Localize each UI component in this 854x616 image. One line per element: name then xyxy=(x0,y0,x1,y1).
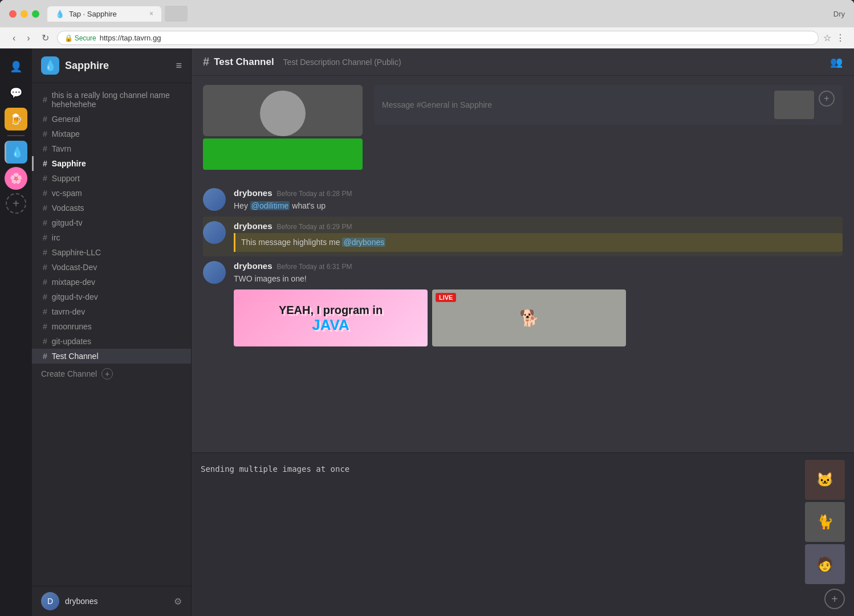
sidebar-header: 💧 Sapphire ≡ xyxy=(32,48,191,83)
rail-kirby-icon[interactable]: 🌸 xyxy=(5,167,27,190)
minimize-dot[interactable] xyxy=(21,10,28,18)
message-group-1: drybones Before Today at 6:28 PM Hey @od… xyxy=(203,183,843,217)
rail-drop-icon[interactable]: 💧 xyxy=(5,141,27,164)
browser-tab[interactable]: 💧 Tap · Sapphire × xyxy=(47,6,161,22)
add-file-icon: + xyxy=(831,593,838,606)
channel-name: tavrn-dev xyxy=(52,307,85,316)
channel-name: Vodcasts xyxy=(52,203,84,213)
live-badge: LIVE xyxy=(436,293,456,302)
message-images-3: YEAH, I program in JAVA LIVE 🐕 xyxy=(234,289,843,346)
cat-thumb-icon: 🐱 xyxy=(816,472,833,488)
more-icon[interactable]: ⋮ xyxy=(836,32,845,43)
channel-hash-icon: # xyxy=(43,263,47,272)
java-image-content: YEAH, I program in JAVA xyxy=(279,303,383,333)
channel-hash-icon: # xyxy=(43,233,47,242)
message-timestamp-2: Before Today at 6:29 PM xyxy=(277,223,352,231)
sidebar-title: Sapphire xyxy=(65,60,170,72)
kirby-icon: 🌸 xyxy=(10,172,22,185)
sidebar-item-tavrn-dev[interactable]: # tavrn-dev xyxy=(32,304,191,319)
new-tab-placeholder[interactable] xyxy=(165,6,188,22)
url-text: https://tap.tavrn.gg xyxy=(100,34,161,42)
rail-chat-icon[interactable]: 💬 xyxy=(5,81,27,104)
rail-divider xyxy=(7,135,25,136)
server-logo: 💧 xyxy=(41,56,59,75)
create-channel-row[interactable]: Create Channel + xyxy=(32,364,191,384)
refresh-button[interactable]: ↻ xyxy=(38,31,52,44)
message-timestamp-1: Before Today at 6:28 PM xyxy=(277,190,352,198)
channel-name: vc-spam xyxy=(52,189,82,198)
sidebar-item-long-channel[interactable]: # this is a really long channel name heh… xyxy=(32,88,191,112)
general-message-input-area[interactable]: Message #General in Sapphire + xyxy=(374,85,843,125)
sidebar-item-tavrn[interactable]: # Tavrn xyxy=(32,141,191,156)
channel-name: git-updates xyxy=(52,337,91,346)
channel-name: Test Channel xyxy=(52,352,99,361)
secure-badge: 🔒 Secure xyxy=(64,34,96,42)
sidebar-menu-icon[interactable]: ≡ xyxy=(176,60,182,72)
message-input[interactable] xyxy=(201,460,798,492)
sidebar-item-gitgud-tv[interactable]: # gitgud-tv xyxy=(32,215,191,230)
sidebar-item-moonrunes[interactable]: # moonrunes xyxy=(32,319,191,334)
maximize-dot[interactable] xyxy=(32,10,39,18)
message-text-1: Hey @odilitime what's up xyxy=(234,200,843,212)
tab-close-button[interactable]: × xyxy=(149,10,153,18)
message-content-2: drybones Before Today at 6:29 PM This me… xyxy=(234,221,843,252)
channel-header-description: Test Description Channel (Public) xyxy=(283,58,401,67)
general-add-button[interactable]: + xyxy=(819,91,835,107)
messages-area[interactable]: Message #General in Sapphire + drybones xyxy=(192,76,854,452)
mention-drybones: @drybones xyxy=(342,238,385,247)
sidebar-item-general[interactable]: # General xyxy=(32,112,191,127)
app-container: 👤 💬 🍺 💧 🌸 + 💧 Sapphire ≡ xyxy=(0,48,854,616)
address-bar[interactable]: 🔒 Secure https://tap.tavrn.gg xyxy=(57,31,819,45)
sidebar-item-support[interactable]: # Support xyxy=(32,171,191,186)
dog-image: LIVE 🐕 xyxy=(432,289,626,346)
tab-title: Tap · Sapphire xyxy=(69,10,117,18)
add-server-button[interactable]: + xyxy=(6,193,26,214)
sidebar-item-sapphire[interactable]: # Sapphire xyxy=(32,156,191,171)
sidebar-item-test-channel[interactable]: # Test Channel xyxy=(32,349,191,364)
sidebar-item-mixtape[interactable]: # Mixtape xyxy=(32,127,191,141)
current-username: drybones xyxy=(65,597,168,606)
dog-placeholder: 🐕 xyxy=(519,309,539,328)
top-avatar-area xyxy=(203,85,363,170)
forward-button[interactable]: › xyxy=(23,32,33,44)
channel-name: General xyxy=(52,115,80,124)
channel-name: mixtape-dev xyxy=(52,278,95,287)
upload-thumb-3: 🧑 xyxy=(805,544,845,584)
create-channel-plus-button[interactable]: + xyxy=(101,368,113,380)
channel-hash-icon: # xyxy=(43,144,47,153)
sidebar-item-vc-spam[interactable]: # vc-spam xyxy=(32,186,191,201)
sidebar-item-vodcast-dev[interactable]: # Vodcast-Dev xyxy=(32,260,191,275)
upload-thumb-1: 🐱 xyxy=(805,460,845,500)
members-icon[interactable]: 👥 xyxy=(830,56,843,68)
channel-hash-icon: # xyxy=(43,218,47,227)
back-button[interactable]: ‹ xyxy=(9,32,19,44)
message-avatar-1 xyxy=(203,188,226,211)
sidebar-item-sapphire-llc[interactable]: # Sapphire-LLC xyxy=(32,245,191,260)
rail-user-icon[interactable]: 👤 xyxy=(5,55,27,78)
message-header-1: drybones Before Today at 6:28 PM xyxy=(234,188,843,198)
rail-beer-icon[interactable]: 🍺 xyxy=(5,108,27,130)
add-file-button[interactable]: + xyxy=(824,589,845,609)
settings-icon[interactable]: ⚙ xyxy=(174,596,182,607)
message-content-1: drybones Before Today at 6:28 PM Hey @od… xyxy=(234,188,843,212)
upload-preview-stack: 🐱 🐈 🧑 + xyxy=(805,460,845,609)
message-username-3: drybones xyxy=(234,261,273,271)
drop-icon: 💧 xyxy=(11,146,23,158)
message-username-2: drybones xyxy=(234,221,273,231)
sidebar-item-gitgud-tv-dev[interactable]: # gitgud-tv-dev xyxy=(32,289,191,304)
sidebar-item-irc[interactable]: # irc xyxy=(32,230,191,245)
sidebar-item-mixtape-dev[interactable]: # mixtape-dev xyxy=(32,275,191,289)
channel-hash-icon: # xyxy=(43,248,47,257)
message-username-1: drybones xyxy=(234,188,273,198)
bookmark-icon[interactable]: ☆ xyxy=(823,32,831,43)
message-avatar-2 xyxy=(203,221,226,244)
general-input-actions: + xyxy=(774,91,835,119)
sidebar-item-vodcasts[interactable]: # Vodcasts xyxy=(32,201,191,215)
channel-hash-decoration: # xyxy=(203,55,209,68)
icon-rail: 👤 💬 🍺 💧 🌸 + xyxy=(0,48,32,616)
channel-hash-icon: # xyxy=(43,95,47,104)
server-logo-icon: 💧 xyxy=(44,59,56,72)
channel-hash-icon: # xyxy=(43,174,47,183)
sidebar-item-git-updates[interactable]: # git-updates xyxy=(32,334,191,349)
close-dot[interactable] xyxy=(9,10,17,18)
